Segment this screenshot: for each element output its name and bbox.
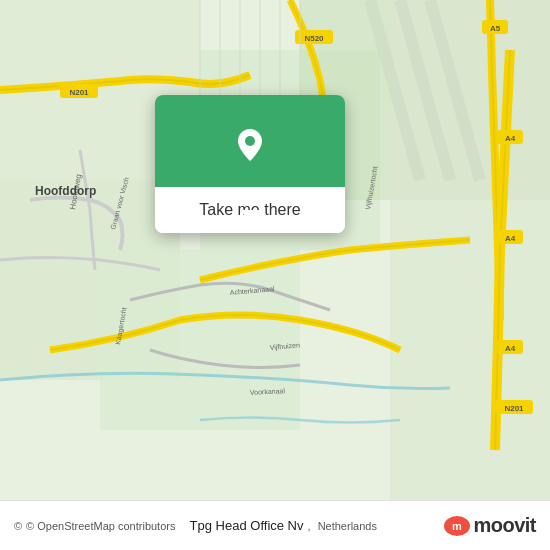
svg-text:A4: A4 — [505, 234, 516, 243]
svg-text:Hoofddorp: Hoofddorp — [35, 184, 96, 198]
popup-pointer — [240, 210, 264, 224]
map-background: N201 N520 A5 A4 A4 A4 N201 — [0, 0, 550, 500]
moovit-logo: m moovit — [443, 514, 536, 537]
popup-header — [155, 95, 345, 187]
svg-text:A4: A4 — [505, 344, 516, 353]
footer-location-name: Tpg Head Office Nv — [190, 518, 304, 533]
footer-bar: © © OpenStreetMap contributors Tpg Head … — [0, 500, 550, 550]
svg-text:N520: N520 — [304, 34, 324, 43]
footer-comma: , — [308, 520, 314, 532]
moovit-text: moovit — [473, 514, 536, 537]
svg-text:N201: N201 — [69, 88, 89, 97]
map-container: N201 N520 A5 A4 A4 A4 N201 — [0, 0, 550, 500]
copyright-icon: © — [14, 520, 22, 532]
svg-text:A5: A5 — [490, 24, 501, 33]
svg-point-40 — [245, 136, 255, 146]
footer-country: Netherlands — [318, 520, 377, 532]
footer-copyright-text: © OpenStreetMap contributors — [26, 520, 175, 532]
svg-text:m: m — [453, 520, 463, 532]
svg-text:A4: A4 — [505, 134, 516, 143]
footer-left: © © OpenStreetMap contributors Tpg Head … — [14, 518, 377, 533]
moovit-brand-icon: m — [443, 515, 471, 537]
svg-text:N201: N201 — [504, 404, 524, 413]
location-pin-icon — [226, 119, 274, 167]
svg-rect-6 — [390, 0, 550, 500]
